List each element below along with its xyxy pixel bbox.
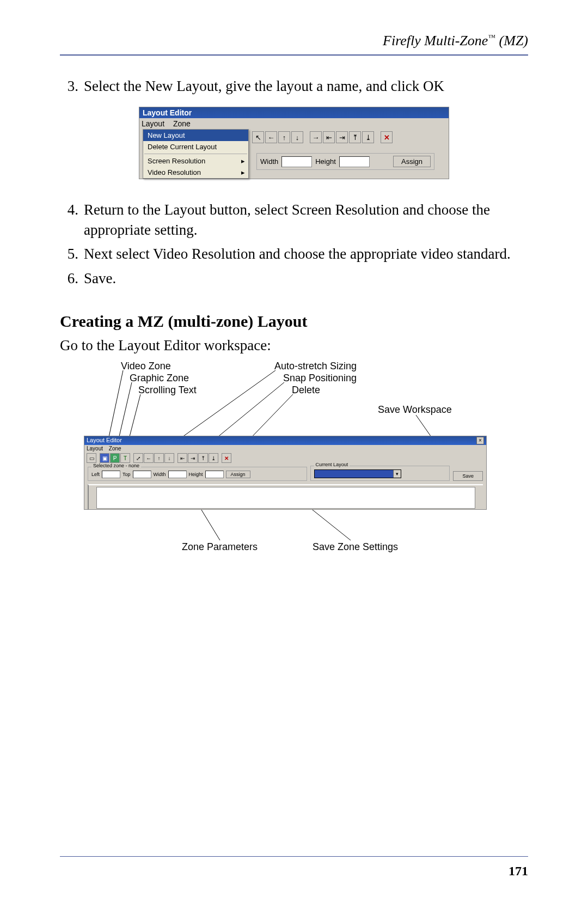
arrow-up-icon[interactable]: ↑ xyxy=(154,453,164,463)
new-icon[interactable]: ▭ xyxy=(87,453,96,463)
snap-left-icon[interactable]: ⇤ xyxy=(323,131,335,143)
height-input[interactable] xyxy=(339,156,370,167)
footer-rule xyxy=(60,856,528,857)
width-input[interactable] xyxy=(168,471,187,478)
snap-right-icon[interactable]: ⇥ xyxy=(336,131,348,143)
section-heading: Creating a MZ (multi-zone) Layout xyxy=(60,312,528,331)
toolbar-spacer xyxy=(304,131,309,143)
layout-editor-window: Layout Editor Layout Zone New Layout Del… xyxy=(139,107,449,179)
params-row: Selected zone - none Left Top Width Heig… xyxy=(84,464,486,484)
scrolling-text-icon[interactable]: T xyxy=(120,453,130,463)
height-label: Height xyxy=(189,472,203,477)
snap-right-icon[interactable]: ⇥ xyxy=(188,453,198,463)
step-4: 4. Return to the Layout button, select S… xyxy=(60,200,528,240)
menu-zone[interactable]: Zone xyxy=(173,119,191,128)
menu-item-video-resolution[interactable]: Video Resolution ▸ xyxy=(143,167,248,178)
ann-snap: Snap Positioning xyxy=(283,373,357,384)
page-number: 171 xyxy=(509,864,528,879)
assign-button[interactable]: Assign xyxy=(226,471,250,478)
snap-down-icon[interactable]: ⤓ xyxy=(209,453,218,463)
height-input[interactable] xyxy=(205,471,224,478)
step-list-cont: 4. Return to the Layout button, select S… xyxy=(60,200,528,288)
step-text: Return to the Layout button, select Scre… xyxy=(84,200,528,240)
menu-item-label: Video Resolution xyxy=(148,168,201,176)
step-6: 6. Save. xyxy=(60,269,528,288)
delete-icon[interactable]: ✕ xyxy=(381,131,393,143)
menu-item-new-layout[interactable]: New Layout xyxy=(143,130,248,141)
selected-zone-fieldset: Selected zone - none Left Top Width Heig… xyxy=(88,467,307,481)
layout-canvas[interactable] xyxy=(96,487,475,509)
cursor-icon[interactable]: ↖ xyxy=(252,131,264,143)
menu-item-delete-layout[interactable]: Delete Current Layout xyxy=(143,141,248,152)
arrow-left-icon[interactable]: ← xyxy=(144,453,154,463)
video-zone-icon[interactable]: ▣ xyxy=(100,453,109,463)
step-number: 3. xyxy=(60,76,84,96)
delete-icon[interactable]: ✕ xyxy=(222,453,231,463)
menu-bar: Layout Zone xyxy=(139,118,449,129)
menu-bar: Layout Zone xyxy=(84,445,486,452)
graphic-zone-icon[interactable]: P xyxy=(110,453,120,463)
menu-item-label: Screen Resolution xyxy=(148,157,205,165)
current-layout-fieldset: Current Layout ▾ xyxy=(310,466,450,481)
assign-button[interactable]: Assign xyxy=(393,156,431,167)
stretch-icon[interactable]: ⤢ xyxy=(133,453,143,463)
snap-left-icon[interactable]: ⇤ xyxy=(177,453,187,463)
height-label: Height xyxy=(315,157,336,166)
layout-editor-workspace: Layout Editor × Layout Zone ▭ ▣ P T ⤢ ← … xyxy=(84,436,487,510)
header-tm: ™ xyxy=(488,33,495,41)
step-text: Save. xyxy=(84,269,528,288)
ann-graphic-zone: Graphic Zone xyxy=(130,373,189,384)
chevron-down-icon: ▾ xyxy=(393,470,401,478)
left-input[interactable] xyxy=(102,471,120,478)
step-text: Select the New Layout, give the layout a… xyxy=(84,76,528,96)
arrow-right-icon[interactable]: → xyxy=(310,131,322,143)
window-titlebar: Layout Editor xyxy=(139,107,449,118)
menu-layout[interactable]: Layout xyxy=(142,119,164,128)
arrow-left-icon[interactable]: ← xyxy=(265,131,277,143)
arrow-down-icon[interactable]: ↓ xyxy=(291,131,303,143)
window-titlebar: Layout Editor × xyxy=(84,436,486,445)
screenshot-layout-editor-menu: Layout Editor Layout Zone New Layout Del… xyxy=(60,107,528,179)
layout-dropdown: New Layout Delete Current Layout Screen … xyxy=(143,129,249,179)
snap-down-icon[interactable]: ⤓ xyxy=(362,131,374,143)
step-text: Next select Video Resolution and choose … xyxy=(84,244,528,264)
snap-up-icon[interactable]: ⤒ xyxy=(349,131,361,143)
snap-up-icon[interactable]: ⤒ xyxy=(198,453,208,463)
menu-zone[interactable]: Zone xyxy=(109,446,121,452)
sizing-panel: Width Height Assign xyxy=(256,153,434,170)
toolbar-spacer xyxy=(375,131,379,143)
toolbar-area: ↖ ← ↑ ↓ → ⇤ ⇥ ⤒ ⤓ ✕ Width xyxy=(249,129,449,179)
step-number: 5. xyxy=(60,244,84,264)
step-3: 3. Select the New Layout, give the layou… xyxy=(60,76,528,96)
step-number: 6. xyxy=(60,269,84,288)
arrow-down-icon[interactable]: ↓ xyxy=(164,453,174,463)
width-label: Width xyxy=(260,157,278,166)
annotated-workspace-diagram: Video Zone Graphic Zone Scrolling Text A… xyxy=(84,361,487,562)
selected-zone-legend: Selected zone - none xyxy=(91,463,141,468)
menu-layout[interactable]: Layout xyxy=(87,446,103,452)
header-title-pre: Firefly Multi-Zone xyxy=(383,33,488,48)
page-content: Firefly Multi-Zone™ (MZ) 3. Select the N… xyxy=(0,0,588,595)
window-title: Layout Editor xyxy=(87,437,122,444)
save-button[interactable]: Save xyxy=(453,471,483,481)
width-label: Width xyxy=(154,472,166,477)
running-header: Firefly Multi-Zone™ (MZ) xyxy=(60,33,528,49)
header-title-post: (MZ) xyxy=(495,33,528,48)
step-list: 3. Select the New Layout, give the layou… xyxy=(60,76,528,96)
layout-combo[interactable]: ▾ xyxy=(314,469,401,478)
menu-separator xyxy=(144,154,247,154)
ann-scrolling-text: Scrolling Text xyxy=(138,385,197,396)
header-rule xyxy=(60,54,528,56)
width-input[interactable] xyxy=(281,156,312,167)
arrow-up-icon[interactable]: ↑ xyxy=(278,131,290,143)
top-label: Top xyxy=(122,472,131,477)
top-input[interactable] xyxy=(133,471,151,478)
close-icon[interactable]: × xyxy=(476,437,484,444)
submenu-arrow-icon: ▸ xyxy=(241,157,245,165)
toolbar: ↖ ← ↑ ↓ → ⇤ ⇥ ⤒ ⤓ ✕ xyxy=(252,131,445,143)
canvas-area xyxy=(88,484,483,509)
step-5: 5. Next select Video Resolution and choo… xyxy=(60,244,528,264)
menu-item-screen-resolution[interactable]: Screen Resolution ▸ xyxy=(143,155,248,167)
step-number: 4. xyxy=(60,200,84,240)
section-intro: Go to the Layout Editor workspace: xyxy=(60,337,528,354)
